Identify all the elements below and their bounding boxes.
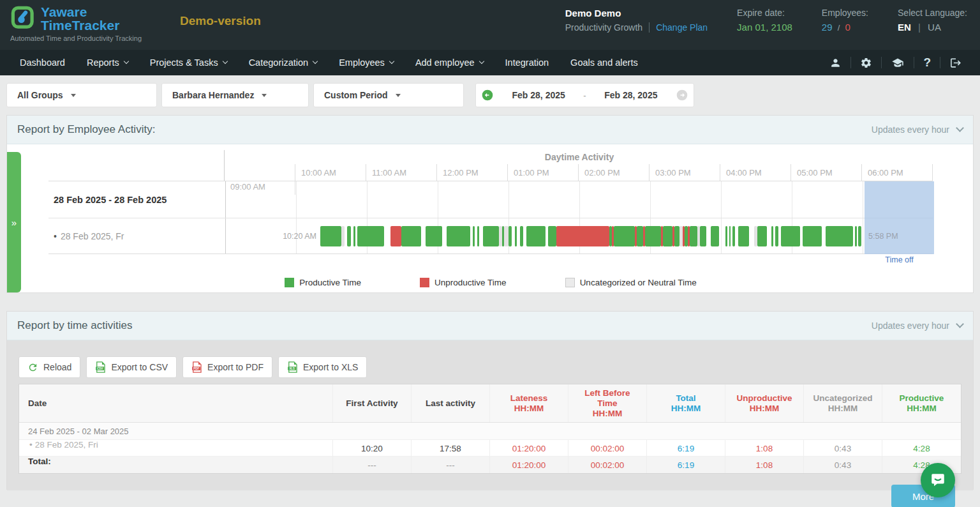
user-profile-icon[interactable] xyxy=(820,55,850,70)
nav-item-employees[interactable]: Employees xyxy=(328,50,405,75)
total-label: Total: xyxy=(19,457,333,473)
settings-gear-icon[interactable] xyxy=(851,55,881,70)
segment-productive xyxy=(401,226,421,246)
nav-item-categorization[interactable]: Categorization xyxy=(238,50,329,75)
cell-first-activity: 10:20 xyxy=(333,440,412,457)
nav-item-goals-and-alerts[interactable]: Goals and alerts xyxy=(560,50,649,75)
export-to-pdf-button[interactable]: PDFExport to PDF xyxy=(182,356,272,378)
nav-item-label: Categorization xyxy=(249,57,309,68)
updates-label: Updates every hour xyxy=(872,125,949,135)
chart-header: Daytime Activity 09:00 AM10:00 AM11:00 A… xyxy=(48,151,933,181)
employees-active-count[interactable]: 29 xyxy=(822,22,833,33)
cell-lateness: 01:20:00 xyxy=(490,440,568,457)
export-to-xls-button[interactable]: XLSExport to XLS xyxy=(278,356,367,378)
change-plan-link[interactable]: Change Plan xyxy=(656,22,708,33)
employee-filter-value: Barbara Hernandez xyxy=(172,90,254,100)
training-graduation-cap-icon[interactable] xyxy=(882,55,914,70)
cell-date: •28 Feb 2025, Fri xyxy=(19,440,333,457)
account-block: Demo Demo Productivity Growth Change Pla… xyxy=(565,8,708,33)
column-header-first-activity: First Activity xyxy=(333,384,412,422)
range-label: 28 Feb 2025 - 28 Feb 2025 xyxy=(54,195,167,205)
period-filter-dropdown[interactable]: Custom Period xyxy=(313,83,464,107)
total-first-activity: --- xyxy=(333,457,412,473)
activity-panel-header: Report by Employee Activity: Updates eve… xyxy=(7,116,973,144)
chat-widget-button[interactable] xyxy=(921,463,955,497)
chevron-down-icon xyxy=(479,59,484,64)
logo[interactable]: Yaware TimeTracker Automated Time and Pr… xyxy=(10,5,142,42)
date-from[interactable]: Feb 28, 2025 xyxy=(512,90,565,100)
segment-productive xyxy=(447,226,470,246)
svg-text:CSV: CSV xyxy=(98,367,103,370)
start-time-label: 10:20 AM xyxy=(226,232,316,241)
logo-clock-icon xyxy=(10,5,37,32)
button-label: Export to XLS xyxy=(303,362,358,372)
total-lateness: 01:20:00 xyxy=(490,457,568,473)
segment-productive xyxy=(357,226,384,246)
activity-panel-collapse[interactable]: Updates every hour xyxy=(872,125,963,135)
language-ua[interactable]: UA xyxy=(928,22,941,33)
column-header-last-activity: Last activity xyxy=(412,384,490,422)
demo-version-label: Demo-version xyxy=(180,14,261,28)
segment-productive xyxy=(483,226,499,246)
day-label-cell: •28 Feb 2025, Fr xyxy=(48,218,226,254)
legend-item-uncategorized-or-neutral-time: Uncategorized or Neutral Time xyxy=(565,278,697,287)
nav-item-integration[interactable]: Integration xyxy=(494,50,560,75)
logo-text: Yaware TimeTracker xyxy=(41,5,119,32)
employees-block: Employees: 29 / 0 xyxy=(822,8,868,33)
previous-period-button[interactable] xyxy=(481,89,494,102)
employees-inactive-count[interactable]: 0 xyxy=(845,22,850,33)
nav-item-add-employee[interactable]: Add employee xyxy=(405,50,494,75)
range-row-grid xyxy=(226,181,933,218)
segment-neutral xyxy=(504,226,509,246)
segment-productive xyxy=(320,226,341,246)
employee-filter-dropdown[interactable]: Barbara Hernandez xyxy=(161,83,309,107)
xls-icon: XLS xyxy=(287,361,298,373)
top-header: Yaware TimeTracker Automated Time and Pr… xyxy=(0,0,980,50)
filter-bar: All Groups Barbara Hernandez Custom Peri… xyxy=(6,83,974,107)
help-icon[interactable]: ? xyxy=(914,55,940,70)
nav-item-dashboard[interactable]: Dashboard xyxy=(9,50,76,75)
table-row: •28 Feb 2025, Fri10:2017:5801:20:0000:02… xyxy=(19,440,961,457)
account-name: Demo Demo xyxy=(565,8,708,19)
segment-productive xyxy=(645,226,661,246)
legend-label: Unproductive Time xyxy=(434,278,507,287)
end-time-label: 5:58 PM xyxy=(868,232,898,241)
svg-text:PDF: PDF xyxy=(193,367,199,370)
day-label: •28 Feb 2025, Fr xyxy=(54,231,124,241)
cell-unproductive: 1:08 xyxy=(725,440,804,457)
language-en[interactable]: EN xyxy=(898,22,911,33)
segment-productive xyxy=(690,226,697,246)
divider xyxy=(649,22,650,33)
reload-button[interactable]: Reload xyxy=(19,356,80,378)
reload-icon xyxy=(27,362,38,373)
column-header-total-hh-mm: TotalHH:MM xyxy=(647,384,725,422)
hour-axis: 09:00 AM10:00 AM11:00 AM12:00 PM01:00 PM… xyxy=(225,164,933,181)
daytime-activity-chart: Daytime Activity 09:00 AM10:00 AM11:00 A… xyxy=(48,151,933,287)
legend-swatch xyxy=(565,278,575,287)
next-period-button[interactable] xyxy=(676,89,688,102)
legend-label: Productive Time xyxy=(299,278,361,287)
segment-productive xyxy=(803,226,822,246)
hour-tick-03-00-pm: 03:00 PM xyxy=(650,164,720,181)
logout-icon[interactable] xyxy=(940,55,971,70)
chart-label-column xyxy=(48,150,225,181)
nav-item-reports[interactable]: Reports xyxy=(76,50,139,75)
hour-tick-06-00-pm: 06:00 PM xyxy=(862,164,933,181)
segment-productive xyxy=(674,226,679,246)
total-unproductive: 1:08 xyxy=(725,457,804,473)
language-divider: | xyxy=(918,22,921,33)
total-left-before: 00:02:00 xyxy=(568,457,647,473)
nav-item-label: Dashboard xyxy=(20,57,65,68)
segment-productive xyxy=(548,226,556,246)
sidebar-expand-tab[interactable]: » xyxy=(7,152,21,292)
date-to[interactable]: Feb 28, 2025 xyxy=(604,90,657,100)
table-total-row: Total:------01:20:0000:02:006:191:080:43… xyxy=(19,457,961,473)
date-range-row: 28 Feb 2025 - 28 Feb 2025 xyxy=(48,181,933,218)
day-activity-row: •28 Feb 2025, Fr 10:20 AM 5:58 PM xyxy=(48,218,933,254)
export-to-csv-button[interactable]: CSVExport to CSV xyxy=(86,356,177,378)
group-filter-dropdown[interactable]: All Groups xyxy=(6,83,157,107)
bullet: • xyxy=(29,440,33,450)
column-header-unproductive-hh-mm: UnproductiveHH:MM xyxy=(725,384,804,422)
table-panel-collapse[interactable]: Updates every hour xyxy=(872,321,963,331)
nav-item-projects-tasks[interactable]: Projects & Tasks xyxy=(139,50,238,75)
